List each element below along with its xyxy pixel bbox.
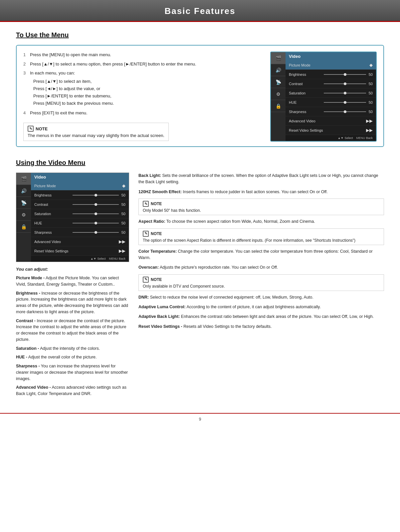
section-using-video-menu: Using the Video Menu 🎬 🔊 (16, 159, 384, 400)
vm-large-row-brightness: Brightness 50 (31, 191, 129, 200)
vm-large-icons: 🎬 🔊 📡 ⚙ 🔒 (16, 173, 31, 262)
vm-large-row-saturation: Saturation 50 (31, 209, 129, 218)
note-label-4: ✎ NOTE (143, 277, 380, 283)
page-footer: 9 (0, 413, 400, 425)
vm-row-hue: HUE 50 (286, 98, 376, 107)
entry-color-temp: Color Temperature: Change the color temp… (138, 248, 384, 261)
note-box-3: ✎ NOTE The option of the screen Aspect R… (138, 228, 384, 245)
page-number: 9 (199, 417, 201, 422)
adjust-saturation: Saturation - Adjust the intensity of the… (16, 345, 129, 352)
vm-large-rows: Picture Mode ◆ Brightness 50 (31, 181, 129, 256)
step3-sub-2: Press [◄/►] to adjust the value, or (33, 85, 262, 92)
vm-icon-setup: ⚙ (271, 88, 286, 100)
vm-large-icon-video: 🎬 (16, 173, 31, 185)
vm-sidebar: 🎬 🔊 📡 ⚙ 🔒 (271, 52, 376, 141)
vm-large-sidebar: 🎬 🔊 📡 ⚙ 🔒 (16, 173, 129, 262)
note-label-1: ✎ NOTE (28, 126, 164, 132)
vm-large-title: Video (31, 173, 129, 181)
vm-large-icon-lock: 🔒 (16, 221, 31, 233)
vm-large-main: Video Picture Mode ◆ Brightness (31, 173, 129, 262)
note-label-2: ✎ NOTE (143, 201, 380, 207)
vm-icons: 🎬 🔊 📡 ⚙ 🔒 (271, 52, 286, 141)
vm-row-picture-mode: Picture Mode ◆ (286, 61, 376, 70)
step3-sub-1: Press [▲/▼] to select an item, (33, 78, 262, 85)
vm-large-footer-back: MENU Back (109, 257, 125, 260)
vm-footer-back: MENU Back (356, 136, 373, 140)
section1-instructions: 1 Press the [MENU] to open the main menu… (23, 52, 262, 141)
section2-inner: 🎬 🔊 📡 ⚙ 🔒 (16, 173, 384, 400)
note-label-3: ✎ NOTE (143, 231, 380, 237)
entry-reset-video: Reset Video Settings - Resets all Video … (138, 324, 384, 330)
step-4: 4 Press [EXIT] to exit the menu. (23, 110, 262, 116)
vm-large-row-reset: Reset Video Settings ▶▶ (31, 246, 129, 256)
video-menu-mockup-small: 🎬 🔊 📡 ⚙ 🔒 (270, 52, 377, 142)
note-icon-4: ✎ (143, 277, 149, 283)
vm-title: Video (286, 52, 376, 61)
step-1: 1 Press the [MENU] to open the main menu… (23, 52, 262, 58)
step3-sub-3: Press [►/ENTER] to enter the submenu, (33, 92, 262, 100)
vm-large-row-sharpness: Sharpness 50 (31, 228, 129, 237)
entry-overscan: Overscan: Adjusts the picture's reproduc… (138, 264, 384, 271)
vm-icon-channel: 📡 (271, 76, 286, 88)
vm-large-icon-setup: ⚙ (16, 209, 31, 221)
vm-row-saturation: Saturation 50 (286, 88, 376, 98)
vm-row-brightness: Brightness 50 (286, 70, 376, 79)
adjust-contrast: Contrast - Increase or decrease the cont… (16, 318, 129, 343)
vm-footer: ▲▼ Select MENU Back (286, 135, 376, 141)
section-to-use-menu: To Use the Menu 1 Press the [MENU] to op… (16, 31, 384, 147)
vm-large-row-hue: HUE 50 (31, 218, 129, 228)
note-text-2: Only Model 50" has this function. (143, 208, 201, 213)
note-icon-3: ✎ (143, 231, 149, 237)
step3-sub-4: Press [MENU] to back the previous menu. (33, 100, 262, 107)
entry-aspect-ratio: Aspect Ratio: To choose the screen aspec… (138, 218, 384, 225)
note-text-4: Only available in DTV and Component sour… (143, 284, 225, 289)
vm-large-row-picture-mode: Picture Mode ◆ (31, 181, 129, 191)
vm-main: Video Picture Mode ◆ Brightness (286, 52, 376, 141)
vm-rows: Picture Mode ◆ Brightness 50 (286, 61, 376, 135)
vm-large-row-contrast: Contrast 50 (31, 200, 129, 209)
step3-sub: Press [▲/▼] to select an item, Press [◄/… (30, 78, 262, 107)
vm-icon-audio: 🔊 (271, 64, 286, 76)
steps-list: 1 Press the [MENU] to open the main menu… (23, 52, 262, 116)
note-text-3: The option of the screen Aspect Ration i… (143, 238, 355, 243)
vm-large-footer-select: ▲▼ Select (91, 257, 106, 260)
step-2: 2 Press [▲/▼] to select a menu option, t… (23, 61, 262, 67)
vm-icon-video: 🎬 (271, 52, 286, 64)
vm-row-contrast: Contrast 50 (286, 79, 376, 88)
note-icon-1: ✎ (28, 126, 34, 132)
adjust-hue: HUE - Adjust the overall color of the pi… (16, 354, 129, 360)
entry-120hz: 120HZ Smooth Effect: Inserts frames to r… (138, 189, 384, 195)
section1-box: 1 Press the [MENU] to open the main menu… (16, 45, 384, 147)
step-3: 3 In each menu, you can: Press [▲/▼] to … (23, 70, 262, 107)
vm-row-sharpness: Sharpness 50 (286, 107, 376, 116)
section2-left: 🎬 🔊 📡 ⚙ 🔒 (16, 173, 129, 400)
adjust-sharpness: Sharpness - You can increase the sharpne… (16, 363, 129, 382)
section2-heading: Using the Video Menu (16, 159, 384, 167)
note-box-2: ✎ NOTE Only Model 50" has this function. (138, 199, 384, 215)
section1-heading: To Use the Menu (16, 31, 384, 39)
vm-large-icon-audio: 🔊 (16, 185, 31, 197)
entry-adaptive-luma: Adaptive Luma Control: According to the … (138, 304, 384, 310)
adjust-brightness: Brightness - Increase or decrease the br… (16, 290, 129, 315)
vm-row-reset: Reset Video Settings ▶▶ (286, 126, 376, 135)
page-title: Basic Features (0, 6, 400, 16)
vm-footer-select: ▲▼ Select (338, 136, 353, 140)
note-text-1: The menus in the user manual may vary sl… (28, 133, 164, 138)
entry-dnr: DNR: Select to reduce the noise level of… (138, 294, 384, 301)
entry-adaptive-backlight: Adaptive Back Light: Enhances the contra… (138, 314, 384, 320)
video-menu-mockup-large: 🎬 🔊 📡 ⚙ 🔒 (16, 173, 129, 262)
you-can-adjust-label: You can adjust: (16, 267, 129, 272)
note-icon-2: ✎ (143, 201, 149, 207)
vm-large-row-advanced: Advanced Video ▶▶ (31, 237, 129, 246)
vm-large-icon-channel: 📡 (16, 197, 31, 209)
entry-backlight: Back Light: Sets the overall brilliance … (138, 173, 384, 186)
adjust-advanced-video: Advanced Video - Access advanced video s… (16, 384, 129, 397)
note-box-1: ✎ NOTE The menus in the user manual may … (23, 123, 169, 141)
vm-large-footer: ▲▼ Select MENU Back (31, 256, 129, 262)
section2-right: Back Light: Sets the overall brilliance … (138, 173, 384, 333)
page-header: Basic Features (0, 0, 400, 22)
note-box-4: ✎ NOTE Only available in DTV and Compone… (138, 274, 384, 291)
adjust-picture-mode: Picture Mode - Adjust the Picture Mode. … (16, 275, 129, 288)
vm-row-advanced-video: Advanced Video ▶▶ (286, 116, 376, 126)
vm-icon-lock: 🔒 (271, 100, 286, 112)
